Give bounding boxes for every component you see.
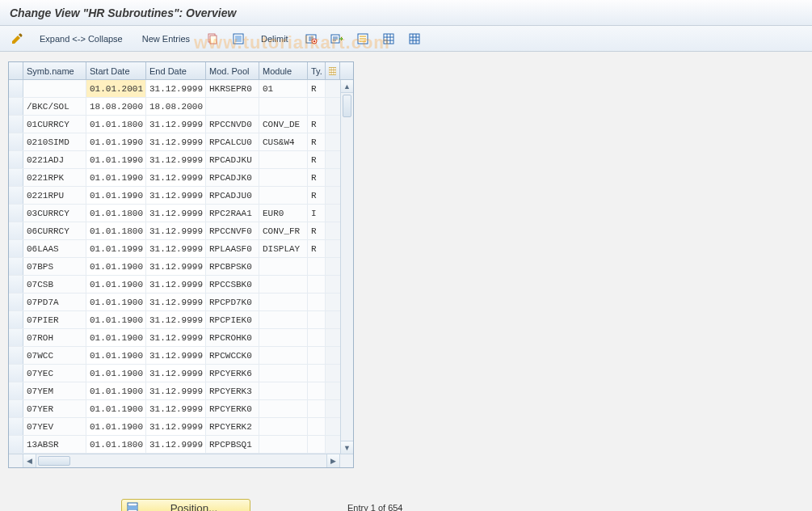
cell-start-date[interactable]: 01.01.1900 [86, 294, 146, 310]
scroll-right-icon[interactable]: ▶ [327, 454, 340, 467]
cell-ty[interactable] [308, 329, 326, 346]
header-select-all[interactable] [9, 62, 23, 79]
cell-start-date[interactable]: 01.01.1900 [86, 258, 146, 275]
cell-module[interactable]: CUS&W4 [259, 133, 308, 150]
header-symb-name[interactable]: Symb.name [23, 62, 86, 79]
cell-module[interactable] [259, 347, 308, 364]
cell-start-date[interactable]: 01.01.1900 [86, 276, 146, 293]
row-selector[interactable] [9, 276, 23, 293]
cell-ty[interactable]: I [308, 205, 326, 222]
next-entry-icon[interactable] [326, 30, 347, 48]
cell-ty[interactable] [308, 258, 326, 275]
cell-ty[interactable]: R [308, 222, 326, 239]
hscroll-track[interactable] [36, 454, 327, 467]
cell-symb-name[interactable]: 07BPS [23, 258, 86, 275]
cell-start-date[interactable]: 18.08.2000 [86, 98, 146, 115]
cell-mod-pool[interactable]: RPCBPSK0 [206, 258, 259, 275]
cell-symb-name[interactable]: 01CURRCY [23, 116, 86, 133]
cell-module[interactable] [259, 311, 308, 328]
cell-symb-name[interactable]: 07YEC [23, 365, 86, 382]
cell-mod-pool[interactable]: RPCCNVD0 [206, 116, 259, 133]
cell-start-date[interactable]: 01.01.1900 [86, 418, 146, 435]
cell-end-date[interactable]: 31.12.9999 [146, 151, 206, 168]
new-entries-button[interactable]: New Entries [135, 30, 197, 48]
cell-ty[interactable] [308, 98, 326, 115]
cell-ty[interactable]: R [308, 169, 326, 186]
cell-end-date[interactable]: 31.12.9999 [146, 205, 206, 222]
cell-mod-pool[interactable]: RPCPD7K0 [206, 294, 259, 310]
cell-symb-name[interactable]: 06LAAS [23, 240, 86, 257]
cell-module[interactable] [259, 436, 308, 453]
cell-ty[interactable] [308, 400, 326, 417]
delimit-button[interactable]: Delimit [254, 30, 296, 48]
cell-end-date[interactable]: 31.12.9999 [146, 311, 206, 328]
cell-module[interactable]: DISPLAY [259, 240, 308, 257]
cell-module[interactable]: EUR0 [259, 205, 308, 222]
cell-symb-name[interactable]: 0210SIMD [23, 133, 86, 150]
cell-ty[interactable] [308, 382, 326, 399]
row-selector[interactable] [9, 365, 23, 382]
cell-symb-name[interactable]: 07PIER [23, 311, 86, 328]
cell-mod-pool[interactable]: RPCYERK3 [206, 382, 259, 399]
cell-start-date[interactable]: 01.01.1990 [86, 151, 146, 168]
row-selector[interactable] [9, 133, 23, 150]
cell-end-date[interactable]: 31.12.9999 [146, 418, 206, 435]
cell-start-date[interactable]: 01.01.1990 [86, 169, 146, 186]
cell-module[interactable] [259, 276, 308, 293]
cell-ty[interactable] [308, 418, 326, 435]
print-icon[interactable] [352, 30, 373, 48]
row-selector[interactable] [9, 222, 23, 239]
deselect-all-icon[interactable] [404, 30, 425, 48]
cell-end-date[interactable]: 31.12.9999 [146, 276, 206, 293]
cell-end-date[interactable]: 31.12.9999 [146, 80, 206, 97]
cell-mod-pool[interactable]: RPCCNVF0 [206, 222, 259, 239]
row-selector[interactable] [9, 98, 23, 115]
cell-mod-pool[interactable]: RPCWCCK0 [206, 347, 259, 364]
cell-module[interactable] [259, 258, 308, 275]
cell-end-date[interactable]: 31.12.9999 [146, 240, 206, 257]
row-selector[interactable] [9, 382, 23, 399]
cell-start-date[interactable]: 01.01.1800 [86, 436, 146, 453]
cell-ty[interactable] [308, 311, 326, 328]
row-selector[interactable] [9, 240, 23, 257]
cell-end-date[interactable]: 31.12.9999 [146, 133, 206, 150]
cell-start-date[interactable]: 01.01.1900 [86, 400, 146, 417]
cell-mod-pool[interactable] [206, 98, 259, 115]
cell-end-date[interactable]: 31.12.9999 [146, 329, 206, 346]
row-selector[interactable] [9, 151, 23, 168]
cell-module[interactable] [259, 187, 308, 204]
cell-mod-pool[interactable]: RPCADJK0 [206, 169, 259, 186]
row-selector[interactable] [9, 80, 23, 97]
cell-ty[interactable] [308, 365, 326, 382]
cell-ty[interactable]: R [308, 187, 326, 204]
cell-module[interactable] [259, 418, 308, 435]
row-selector[interactable] [9, 418, 23, 435]
cell-symb-name[interactable]: 0221RPU [23, 187, 86, 204]
cell-end-date[interactable]: 31.12.9999 [146, 258, 206, 275]
cell-start-date[interactable]: 01.01.1800 [86, 205, 146, 222]
cell-symb-name[interactable]: 07ROH [23, 329, 86, 346]
cell-start-date[interactable]: 01.01.2001 [86, 80, 146, 97]
cell-mod-pool[interactable]: RPLAASF0 [206, 240, 259, 257]
cell-symb-name[interactable]: 0221ADJ [23, 151, 86, 168]
header-end-date[interactable]: End Date [146, 62, 206, 79]
expand-collapse-button[interactable]: Expand <-> Collapse [32, 30, 130, 48]
row-selector[interactable] [9, 169, 23, 186]
cell-end-date[interactable]: 31.12.9999 [146, 116, 206, 133]
cell-mod-pool[interactable]: RPCADJKU [206, 151, 259, 168]
cell-mod-pool[interactable]: RPCCSBK0 [206, 276, 259, 293]
delete-icon[interactable] [301, 30, 322, 48]
cell-module[interactable] [259, 151, 308, 168]
cell-end-date[interactable]: 31.12.9999 [146, 400, 206, 417]
cell-ty[interactable]: R [308, 116, 326, 133]
cell-ty[interactable]: R [308, 151, 326, 168]
cell-symb-name[interactable]: 07YEM [23, 382, 86, 399]
cell-mod-pool[interactable]: HKRSEPR0 [206, 80, 259, 97]
cell-start-date[interactable]: 01.01.1900 [86, 347, 146, 364]
cell-start-date[interactable]: 01.01.1800 [86, 116, 146, 133]
cell-mod-pool[interactable]: RPCYERK0 [206, 400, 259, 417]
cell-symb-name[interactable]: 07CSB [23, 276, 86, 293]
header-ty[interactable]: Ty. [308, 62, 326, 79]
row-selector[interactable] [9, 400, 23, 417]
cell-module[interactable]: CONV_FR [259, 222, 308, 239]
